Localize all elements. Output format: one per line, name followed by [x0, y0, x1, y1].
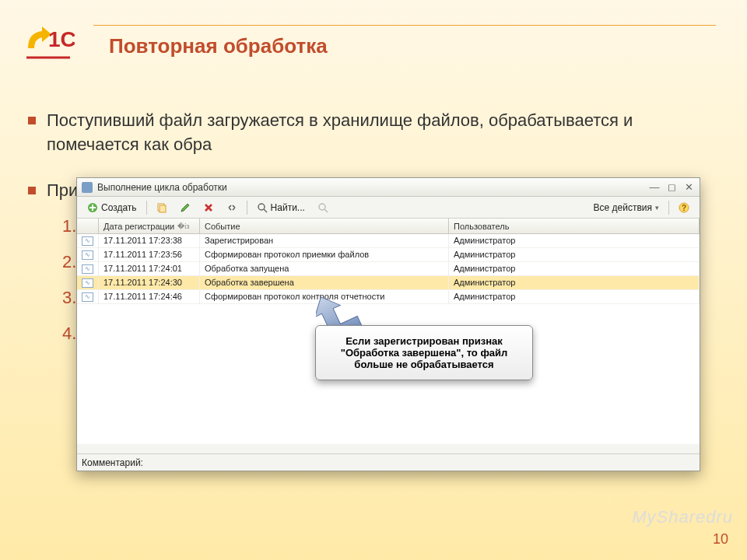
row-icon-cell: ∿ — [77, 234, 99, 247]
page-number: 10 — [713, 531, 728, 548]
row-user: Администратор — [449, 290, 700, 303]
pencil-icon — [180, 202, 191, 213]
processing-cycle-window: Выполнение цикла обработки — ◻ ✕ Создать… — [76, 177, 700, 471]
row-icon-cell: ∿ — [77, 276, 99, 289]
title-divider — [93, 25, 716, 26]
close-button[interactable]: ✕ — [682, 181, 695, 194]
svg-rect-5 — [160, 205, 166, 212]
all-actions-label: Все действия — [594, 202, 652, 213]
row-event: Зарегистрирован — [200, 234, 449, 247]
edit-button[interactable] — [174, 200, 196, 215]
table-row[interactable]: ∿17.11.2011 17:23:38ЗарегистрированАдмин… — [77, 234, 700, 248]
refresh-icon — [226, 202, 237, 213]
row-date: 17.11.2011 17:23:56 — [99, 248, 200, 261]
all-actions-button[interactable]: Все действия ▾ — [588, 200, 665, 215]
window-title: Выполнение цикла обработки — [97, 182, 648, 193]
row-date: 17.11.2011 17:24:01 — [99, 262, 200, 275]
table-row[interactable]: ∿17.11.2011 17:24:46Сформирован протокол… — [77, 290, 700, 304]
find-label: Найти... — [271, 202, 305, 213]
row-icon-cell: ∿ — [77, 262, 99, 275]
copy-button[interactable] — [151, 200, 173, 215]
svg-line-7 — [264, 209, 267, 212]
table-row[interactable]: ∿17.11.2011 17:23:56Сформирован протокол… — [77, 248, 700, 262]
delete-icon — [203, 202, 214, 213]
table-row[interactable]: ∿17.11.2011 17:24:01Обработка запущенаАд… — [77, 262, 700, 276]
maximize-button[interactable]: ◻ — [665, 181, 678, 194]
record-icon: ∿ — [82, 236, 93, 246]
row-user: Администратор — [449, 262, 700, 275]
search-icon — [257, 202, 268, 213]
create-button[interactable]: Создать — [82, 200, 142, 215]
grid-header-row: Дата регистрации �із Событие Пользовател… — [77, 219, 700, 234]
bullet-1-text: Поступивший файл загружается в хранилище… — [47, 109, 713, 157]
num-1: 1. — [62, 216, 76, 236]
callout-text: Если зарегистрирован признак "Обработка … — [341, 335, 508, 370]
toolbar-separator — [247, 201, 247, 215]
minimize-button[interactable]: — — [648, 181, 661, 194]
copy-icon — [156, 202, 167, 213]
svg-text:1C: 1C — [48, 27, 75, 51]
create-label: Создать — [101, 202, 137, 213]
slide-title: Повторная обработка — [109, 34, 328, 58]
help-button[interactable]: ? — [673, 200, 695, 215]
row-icon-cell: ∿ — [77, 248, 99, 261]
watermark: MySharedru — [632, 507, 733, 527]
num-2: 2. — [62, 252, 76, 271]
table-row[interactable]: ∿17.11.2011 17:24:30Обработка завершенаА… — [77, 276, 700, 290]
row-date: 17.11.2011 17:23:38 — [99, 234, 200, 247]
comment-label: Комментарий: — [82, 457, 143, 468]
row-event: Сформирован протокол приемки файлов — [200, 248, 449, 261]
row-event: Обработка завершена — [200, 276, 449, 289]
bullet-2-prefix: При — [47, 179, 78, 203]
row-event: Обработка запущена — [200, 262, 449, 275]
row-date: 17.11.2011 17:24:46 — [99, 290, 200, 303]
svg-line-9 — [324, 209, 328, 212]
toolbar-separator — [146, 201, 147, 215]
delete-button[interactable] — [198, 200, 219, 215]
num-4: 4. — [62, 324, 76, 343]
logo-1c: 1C — [22, 17, 75, 64]
sort-indicator-icon: �із — [177, 222, 189, 230]
record-icon: ∿ — [82, 278, 93, 288]
toolbar-separator — [668, 201, 669, 215]
row-user: Администратор — [449, 234, 700, 247]
refresh-button[interactable] — [221, 200, 243, 215]
comment-bar: Комментарий: — [77, 453, 700, 471]
window-icon — [82, 182, 93, 193]
column-header-date[interactable]: Дата регистрации �із — [99, 219, 200, 233]
record-icon: ∿ — [82, 264, 93, 274]
find-button[interactable]: Найти... — [251, 200, 310, 215]
svg-text:?: ? — [682, 204, 686, 212]
bullet-icon — [28, 117, 36, 124]
search-clear-icon — [317, 202, 328, 213]
record-icon: ∿ — [82, 292, 93, 302]
chevron-down-icon: ▾ — [655, 204, 659, 212]
record-icon: ∿ — [82, 250, 93, 260]
window-titlebar[interactable]: Выполнение цикла обработки — ◻ ✕ — [77, 178, 700, 197]
num-3: 3. — [62, 288, 76, 307]
row-user: Администратор — [449, 276, 700, 289]
row-user: Администратор — [449, 248, 700, 261]
clear-search-button[interactable] — [312, 200, 334, 215]
svg-point-8 — [319, 204, 325, 210]
column-header-event[interactable]: Событие — [200, 219, 449, 233]
column-header-icon[interactable] — [77, 219, 99, 233]
callout-tooltip: Если зарегистрирован признак "Обработка … — [315, 325, 533, 380]
toolbar: Создать Найти... Все действия ▾ ? — [77, 197, 700, 219]
row-date: 17.11.2011 17:24:30 — [99, 276, 200, 289]
bullet-icon — [28, 187, 36, 194]
svg-point-6 — [258, 204, 265, 210]
plus-icon — [87, 202, 98, 213]
row-icon-cell: ∿ — [77, 290, 99, 303]
column-header-user[interactable]: Пользователь — [449, 219, 700, 233]
help-icon: ? — [679, 202, 689, 213]
